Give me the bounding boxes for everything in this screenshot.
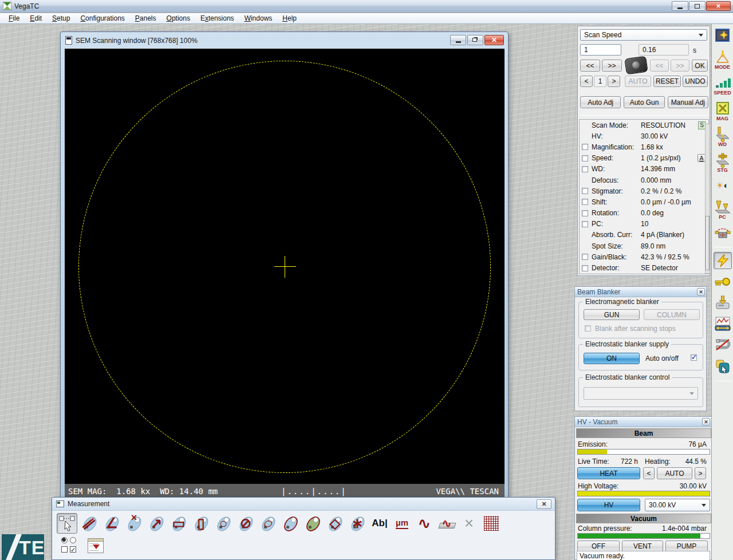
undo-button[interactable]: UNDO <box>683 76 708 87</box>
circle-tool[interactable]: ○ <box>213 513 234 534</box>
param-checkbox[interactable] <box>582 265 588 271</box>
key-toolbar-button[interactable] <box>714 273 732 290</box>
stage-toolbar-button[interactable]: STG <box>714 151 732 173</box>
menu-configurations[interactable]: Configurations <box>75 13 129 23</box>
menu-options[interactable]: Options <box>161 13 195 23</box>
param-checkbox[interactable] <box>582 221 588 227</box>
param-checkbox[interactable] <box>582 254 588 260</box>
scan-speed-input[interactable]: 1 <box>580 44 621 56</box>
menu-help[interactable]: Help <box>277 13 302 23</box>
speed-decrease-fast-button[interactable]: << <box>580 60 600 72</box>
measure-chart-toolbar-button[interactable] <box>714 316 732 333</box>
function-selector[interactable]: Scan Speed <box>580 29 707 41</box>
menu-panels[interactable]: Panels <box>130 13 161 23</box>
vertical-rectangle-tool[interactable]: ▯ <box>191 513 211 534</box>
param-checkbox[interactable] <box>582 188 588 194</box>
param-checkbox[interactable] <box>582 210 588 216</box>
speed-increase-fast-button[interactable]: >> <box>602 60 622 72</box>
app-close-button[interactable]: ✕ <box>706 1 731 11</box>
param-checkbox[interactable] <box>582 166 588 172</box>
blanker-on-button[interactable]: ON <box>584 353 640 364</box>
measurement-table-tool[interactable] <box>85 535 106 556</box>
pc-toolbar-button[interactable]: PC <box>714 198 732 220</box>
polygon-tool[interactable]: ◇ <box>325 513 345 534</box>
save-image-toolbar-button[interactable] <box>714 294 732 311</box>
trackball-icon[interactable] <box>624 56 648 74</box>
vacuum-off-button[interactable]: OFF <box>577 541 620 552</box>
parameters-scrollbar[interactable] <box>705 124 710 274</box>
param-checkbox[interactable] <box>582 199 588 205</box>
heat-auto-button[interactable]: AUTO <box>657 467 692 479</box>
menu-file[interactable]: File <box>3 13 25 23</box>
param-checkbox[interactable] <box>582 155 588 161</box>
auto-onoff-checkbox[interactable] <box>691 354 697 361</box>
stereo-measurement-tool[interactable]: ✓ <box>59 535 80 556</box>
delete-point-tool[interactable]: × <box>124 513 144 534</box>
pump-button[interactable]: PUMP <box>665 541 708 552</box>
acquire-lightning-toolbar-button[interactable] <box>714 252 732 269</box>
new-view-toolbar-button[interactable] <box>714 27 732 44</box>
reset-button[interactable]: RESET <box>653 76 681 87</box>
rectangle-tool[interactable]: ▭ <box>168 513 189 534</box>
beam-blanker-close-button[interactable]: ✕ <box>697 288 705 295</box>
ruler-profile-tool[interactable]: ∿ <box>436 513 457 534</box>
heat-next-button[interactable]: > <box>695 467 706 479</box>
app-minimize-button[interactable] <box>672 1 688 11</box>
menu-edit[interactable]: Edit <box>25 13 47 23</box>
wd-toolbar-button[interactable]: WD <box>714 125 732 147</box>
manual-adj-button[interactable]: Manual Adj <box>668 96 708 108</box>
profile-tool[interactable]: ∿ <box>414 513 435 534</box>
heat-prev-button[interactable]: < <box>643 467 655 479</box>
gun-centering-toolbar-button[interactable] <box>714 224 732 241</box>
scrollbar-thumb[interactable] <box>706 216 710 270</box>
hv-button[interactable]: HV <box>577 499 640 511</box>
step-next-button[interactable]: > <box>608 76 620 87</box>
grid-tool[interactable] <box>481 513 502 534</box>
menu-setup[interactable]: Setup <box>47 13 75 23</box>
select-tool[interactable] <box>57 513 77 534</box>
sem-minimize-button[interactable] <box>450 35 466 45</box>
distance-tool[interactable]: ↗ <box>146 513 167 534</box>
speed-auto-badge-button[interactable]: A <box>697 154 706 162</box>
mag-toolbar-button[interactable]: MAG <box>714 100 732 121</box>
delete-all-tool[interactable]: × <box>459 513 479 534</box>
speed-toolbar-button[interactable]: SPEED <box>714 74 732 96</box>
sem-image-canvas[interactable] <box>65 49 505 484</box>
hv-vacuum-titlebar[interactable]: HV - Vacuum ✕ <box>575 417 711 427</box>
param-checkbox[interactable] <box>582 144 588 150</box>
heat-button[interactable]: HEAT <box>577 467 640 479</box>
beam-blanker-titlebar[interactable]: Beam Blanker ✕ <box>575 287 706 297</box>
export-toolbar-button[interactable] <box>714 358 732 375</box>
sem-window-titlebar[interactable]: SEM Scanning window [768x768] 100% ✕ <box>61 32 508 49</box>
hv-select[interactable]: 30.00 kV <box>645 499 710 511</box>
hv-vacuum-close-button[interactable]: ✕ <box>702 418 710 425</box>
sem-restore-button[interactable] <box>467 35 483 45</box>
column-pressure-value: 1.4e-004 mbar <box>662 524 707 533</box>
auto-adj-button[interactable]: Auto Adj <box>580 96 621 108</box>
brightness-contrast-toolbar-button[interactable]: ☀◐ <box>714 177 732 194</box>
mode-toolbar-button[interactable]: MODE <box>714 48 732 70</box>
measurement-titlebar[interactable]: Measurement ✕ <box>52 498 555 511</box>
text-label-tool[interactable]: Ab| <box>369 513 390 534</box>
area-tool[interactable] <box>302 513 323 534</box>
vent-button[interactable]: VENT <box>622 541 663 552</box>
sem-close-button[interactable]: ✕ <box>484 35 504 45</box>
step-prev-button[interactable]: < <box>580 76 593 87</box>
ok-button[interactable]: OK <box>692 60 708 72</box>
degauss-toolbar-button[interactable] <box>714 337 732 354</box>
tool-glyph: × <box>124 514 144 533</box>
auto-gun-button[interactable]: Auto Gun <box>624 96 664 108</box>
parallel-distance-tool[interactable]: ∥ <box>79 513 100 534</box>
scale-bar-tool[interactable]: µm <box>392 513 412 534</box>
menu-windows[interactable]: Windows <box>239 13 278 23</box>
angle-tool[interactable]: ∠ <box>101 513 122 534</box>
gun-blanker-button[interactable]: GUN <box>584 309 640 320</box>
contour-tool[interactable] <box>280 513 301 534</box>
measurement-close-button[interactable]: ✕ <box>537 499 551 509</box>
point-tool[interactable]: ∗ <box>347 513 368 534</box>
param-label: Stigmator: <box>592 187 623 195</box>
menu-extensions[interactable]: Extensions <box>195 13 239 23</box>
ellipse-tool[interactable]: ○ <box>258 513 278 534</box>
app-maximize-button[interactable] <box>689 1 706 11</box>
scan-time-unit: s <box>693 46 696 54</box>
